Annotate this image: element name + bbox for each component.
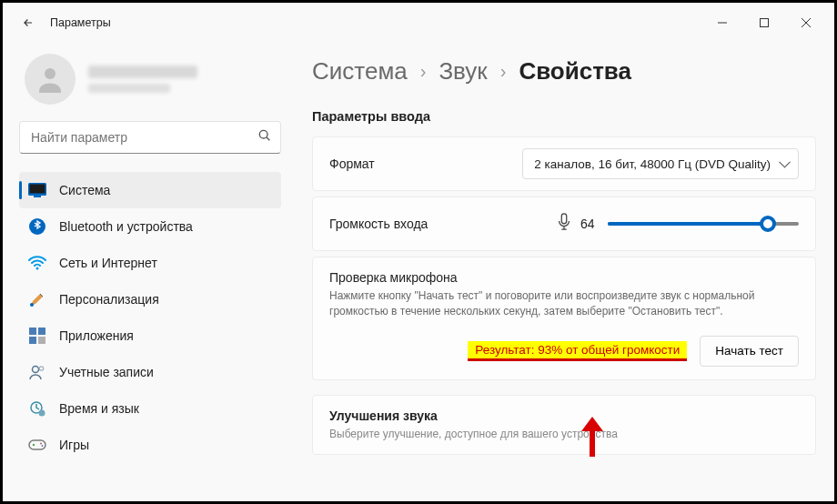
main-content: Система › Звук › Свойства Параметры ввод… [294, 43, 834, 501]
breadcrumb-system[interactable]: Система [312, 57, 408, 86]
time-language-icon [28, 399, 46, 418]
format-select[interactable]: 2 каналов, 16 бит, 48000 Гц (DVD Quality… [522, 148, 799, 179]
breadcrumb-current: Свойства [519, 57, 631, 86]
svg-rect-0 [761, 19, 769, 27]
bluetooth-icon [28, 217, 46, 236]
sidebar-item-system[interactable]: Система [19, 172, 281, 208]
sidebar-item-bluetooth[interactable]: Bluetooth и устройства [19, 208, 281, 245]
sidebar-item-time-language[interactable]: Время и язык [19, 390, 281, 427]
mic-test-title: Проверка микрофона [329, 270, 799, 285]
apps-icon [28, 327, 46, 345]
enhancements-title: Улучшения звука [329, 408, 799, 423]
svg-point-1 [45, 68, 55, 79]
sidebar-item-label: Приложения [59, 328, 134, 343]
format-card: Формат 2 каналов, 16 бит, 48000 Гц (DVD … [312, 136, 816, 191]
sidebar-item-label: Сеть и Интернет [59, 256, 157, 270]
format-label: Формат [329, 156, 375, 171]
sidebar-item-label: Bluetooth и устройства [59, 219, 193, 234]
breadcrumb-sound[interactable]: Звук [439, 57, 487, 86]
avatar [25, 54, 76, 105]
search-icon [257, 128, 272, 146]
input-volume-value: 64 [580, 217, 599, 231]
svg-rect-4 [30, 185, 45, 194]
enhancements-hint: Выберите улучшение, доступное для вашего… [329, 427, 799, 442]
mic-test-hint: Нажмите кнопку "Начать тест" и поговорит… [329, 288, 799, 319]
input-params-heading: Параметры ввода [312, 109, 816, 124]
enhancements-card[interactable]: Улучшения звука Выберите улучшение, дост… [312, 395, 816, 456]
window-controls [701, 8, 827, 37]
svg-point-8 [30, 303, 34, 307]
sidebar-item-label: Система [59, 183, 110, 197]
svg-point-20 [42, 445, 44, 447]
sidebar-item-apps[interactable]: Приложения [19, 318, 281, 354]
input-volume-label: Громкость входа [329, 217, 428, 231]
svg-point-14 [39, 367, 43, 370]
sidebar: Система Bluetooth и устройства Сеть и Ин… [3, 43, 294, 501]
titlebar: Параметры [3, 3, 834, 43]
svg-rect-10 [38, 328, 45, 335]
user-name [88, 66, 197, 78]
system-icon [28, 181, 46, 199]
user-block[interactable] [19, 43, 281, 121]
sidebar-nav: Система Bluetooth и устройства Сеть и Ин… [19, 172, 281, 463]
sidebar-item-accounts[interactable]: Учетные записи [19, 354, 281, 390]
svg-point-16 [39, 410, 45, 417]
accounts-icon [28, 363, 46, 381]
paintbrush-icon [28, 290, 46, 308]
input-volume-slider[interactable] [608, 216, 799, 232]
close-button[interactable] [785, 8, 827, 37]
start-test-button[interactable]: Начать тест [700, 336, 799, 367]
format-value: 2 каналов, 16 бит, 48000 Гц (DVD Quality… [534, 157, 771, 171]
back-button[interactable] [14, 8, 43, 37]
sidebar-item-label: Учетные записи [59, 365, 154, 379]
sidebar-item-label: Время и язык [59, 401, 139, 416]
svg-rect-12 [38, 337, 45, 344]
search-input[interactable] [19, 121, 281, 154]
microphone-icon [557, 213, 571, 235]
minimize-button[interactable] [701, 8, 743, 37]
input-volume-card: Громкость входа 64 [312, 197, 816, 251]
sidebar-item-label: Игры [59, 438, 89, 452]
svg-point-18 [33, 444, 35, 446]
svg-rect-21 [561, 214, 566, 224]
sidebar-item-personalization[interactable]: Персонализация [19, 281, 281, 318]
svg-rect-11 [29, 337, 36, 344]
user-email [88, 84, 170, 93]
chevron-right-icon: › [420, 61, 427, 82]
sidebar-item-gaming[interactable]: Игры [19, 427, 281, 463]
maximize-button[interactable] [743, 8, 785, 37]
chevron-right-icon: › [500, 61, 507, 82]
svg-point-13 [33, 367, 39, 373]
svg-rect-5 [34, 196, 41, 197]
sidebar-item-network[interactable]: Сеть и Интернет [19, 245, 281, 281]
sidebar-item-label: Персонализация [59, 292, 159, 307]
mic-test-result: Результат: 93% от общей громкости [468, 341, 687, 361]
svg-point-2 [259, 130, 267, 138]
app-title: Параметры [50, 16, 111, 29]
gaming-icon [28, 436, 46, 454]
wifi-icon [28, 254, 46, 272]
svg-point-19 [40, 443, 42, 445]
svg-rect-17 [29, 440, 45, 449]
svg-point-7 [36, 267, 39, 270]
mic-test-card: Проверка микрофона Нажмите кнопку "Начат… [312, 257, 816, 380]
svg-rect-9 [29, 328, 36, 335]
search-box[interactable] [19, 121, 281, 154]
breadcrumb: Система › Звук › Свойства [312, 43, 816, 109]
